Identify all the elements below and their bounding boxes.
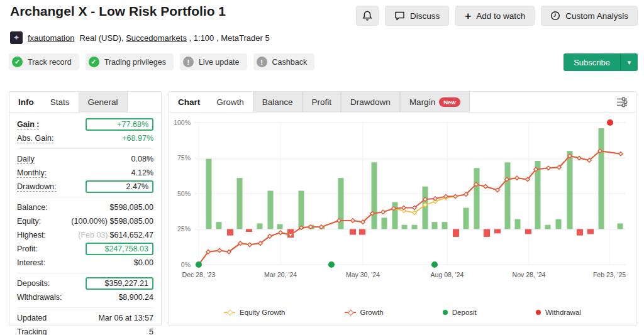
tab-balance[interactable]: Balance bbox=[253, 92, 303, 112]
legend-item-equity-growth[interactable]: Equity Growth bbox=[224, 309, 285, 316]
loss-bar[interactable] bbox=[494, 229, 501, 234]
gain-bar[interactable] bbox=[545, 225, 551, 229]
vendor-logo-icon: ✦ bbox=[10, 31, 23, 44]
stat-value: 0.08% bbox=[131, 155, 153, 163]
stats-row: UpdatedMar 06 at 13:57 bbox=[17, 311, 153, 325]
page-title: Archangel X - Low Risk Portfolio 1 bbox=[10, 4, 226, 19]
gain-bar[interactable] bbox=[599, 128, 604, 229]
subscribe-button[interactable]: Subscribe ▾ bbox=[564, 53, 638, 71]
info-icon: ! bbox=[183, 57, 194, 67]
stats-body: Gain :+77.68%Abs. Gain:+68.97%Daily0.08%… bbox=[9, 113, 161, 335]
gain-bar[interactable] bbox=[474, 168, 480, 229]
y-tick-label: 100% bbox=[174, 119, 191, 126]
loss-bar[interactable] bbox=[587, 229, 594, 234]
gain-bar[interactable] bbox=[505, 162, 511, 229]
chart-panel: Chart GrowthBalanceProfitDrawdownMarginN… bbox=[169, 91, 636, 326]
stats-row: Gain :+77.68% bbox=[17, 118, 153, 131]
status-badges: ✓Track record✓Trading privileges!Live up… bbox=[9, 53, 314, 70]
loss-bar[interactable] bbox=[227, 229, 233, 236]
discuss-button[interactable]: Discuss bbox=[385, 6, 449, 26]
clock-icon bbox=[550, 11, 560, 21]
gain-bar[interactable] bbox=[515, 219, 521, 229]
stats-tabbar: Info StatsGeneral bbox=[9, 92, 161, 113]
stats-row: Interest:$0.00 bbox=[17, 256, 153, 270]
tab-general[interactable]: General bbox=[79, 92, 128, 112]
custom-analysis-button[interactable]: Custom Analysis bbox=[541, 6, 638, 26]
discuss-label: Discuss bbox=[410, 11, 440, 21]
gain-bar[interactable] bbox=[277, 224, 283, 229]
gain-bar[interactable] bbox=[412, 225, 418, 229]
stats-group: Deposits:$359,227.21Withdrawals:$8,900.2… bbox=[17, 273, 153, 308]
gain-bar[interactable] bbox=[257, 223, 263, 229]
stat-value: +68.97% bbox=[122, 134, 153, 143]
gain-bar[interactable] bbox=[464, 208, 469, 229]
gain-bar[interactable] bbox=[442, 222, 448, 229]
add-to-watch-button[interactable]: + Add to watch bbox=[455, 6, 535, 26]
legend-item-withdrawal[interactable]: Withdrawal bbox=[536, 309, 581, 316]
stat-label: Updated bbox=[17, 314, 47, 322]
gain-bar[interactable] bbox=[556, 219, 562, 229]
line-marker bbox=[433, 197, 437, 200]
gain-bar[interactable] bbox=[392, 202, 398, 229]
notifications-button[interactable] bbox=[356, 6, 379, 26]
gain-bar[interactable] bbox=[216, 222, 222, 229]
stat-value: (Feb 03)$614,652.47 bbox=[78, 231, 153, 239]
chart-settings-icon[interactable] bbox=[608, 92, 636, 112]
loss-bar[interactable] bbox=[525, 229, 531, 234]
gain-bar[interactable] bbox=[237, 178, 243, 229]
gain-bar[interactable] bbox=[206, 159, 212, 229]
growth-chart[interactable]: 0%25%50%75%100%Dec 28, '23Mar 20, '24May… bbox=[169, 113, 636, 310]
gain-bar[interactable] bbox=[268, 190, 274, 229]
y-tick-label: 0% bbox=[181, 261, 191, 268]
legend-item-deposit[interactable]: Deposit bbox=[443, 309, 477, 316]
stat-value: $359,227.21 bbox=[104, 279, 148, 288]
loss-bar[interactable] bbox=[484, 229, 490, 237]
loss-bar[interactable] bbox=[246, 229, 252, 233]
growth-chart-svg[interactable]: 0%25%50%75%100%Dec 28, '23Mar 20, '24May… bbox=[169, 113, 635, 307]
subscribe-label[interactable]: Subscribe bbox=[564, 53, 620, 71]
line-marker bbox=[619, 152, 623, 156]
gain-bar[interactable] bbox=[567, 151, 573, 229]
deposit-dot[interactable] bbox=[431, 261, 438, 268]
tab-drawdown[interactable]: Drawdown bbox=[341, 92, 400, 112]
loss-bar[interactable] bbox=[350, 229, 356, 235]
deposit-dot[interactable] bbox=[196, 261, 202, 268]
broker-link[interactable]: Succedomarkets bbox=[126, 33, 187, 43]
line-marker bbox=[279, 231, 282, 234]
loss-bar[interactable] bbox=[577, 229, 583, 236]
subscribe-chevron-down-icon[interactable]: ▾ bbox=[620, 53, 638, 71]
check-icon: ✓ bbox=[89, 57, 99, 67]
badge-label: Cashback bbox=[272, 58, 308, 67]
loss-bar[interactable] bbox=[359, 229, 365, 235]
stat-value: 5 bbox=[149, 327, 153, 335]
stat-value: $8,900.24 bbox=[118, 293, 153, 302]
stat-value-box: 2.47% bbox=[86, 180, 153, 193]
tab-chart[interactable]: Chart bbox=[169, 92, 208, 112]
deposit-dot[interactable] bbox=[328, 261, 335, 268]
gain-bar[interactable] bbox=[299, 190, 304, 229]
gain-bar[interactable] bbox=[618, 223, 623, 229]
loss-bar[interactable] bbox=[453, 229, 459, 237]
tab-info[interactable]: Info bbox=[9, 92, 42, 112]
gain-bar[interactable] bbox=[432, 222, 438, 229]
line-marker bbox=[381, 210, 385, 214]
gain-bar[interactable] bbox=[423, 187, 428, 229]
tab-profit[interactable]: Profit bbox=[303, 92, 341, 112]
tab-margin[interactable]: MarginNew bbox=[400, 92, 470, 112]
gain-bar[interactable] bbox=[372, 162, 377, 229]
status-badge: !Cashback bbox=[253, 53, 315, 70]
vendor-link[interactable]: fxautomation bbox=[28, 33, 74, 43]
withdrawal-dot[interactable] bbox=[607, 119, 613, 126]
tab-growth[interactable]: Growth bbox=[208, 92, 253, 112]
stat-value: $598,085.00 bbox=[109, 203, 153, 212]
tab-stats[interactable]: Stats bbox=[42, 92, 79, 112]
legend-label: Withdrawal bbox=[545, 309, 581, 316]
stat-label: Monthly: bbox=[17, 168, 47, 178]
stats-row: Profit:$247,758.03 bbox=[17, 242, 153, 256]
equity-growth-legend-icon bbox=[224, 309, 235, 316]
stats-row: Tracking5 bbox=[17, 325, 153, 335]
gain-bar[interactable] bbox=[382, 217, 387, 229]
legend-item-growth[interactable]: Growth bbox=[345, 309, 384, 316]
tab-label: Profit bbox=[312, 97, 332, 107]
gain-bar[interactable] bbox=[402, 225, 408, 229]
